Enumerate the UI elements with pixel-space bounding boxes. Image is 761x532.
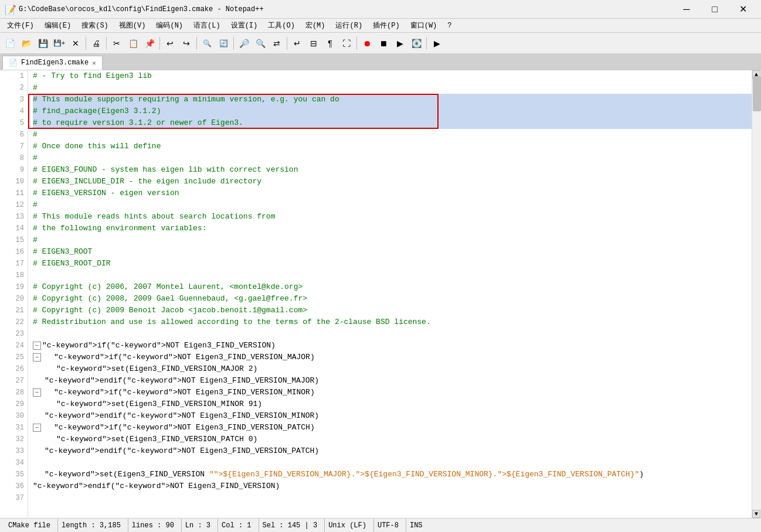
tb-zoom-in[interactable]: 🔎	[236, 36, 252, 51]
code-area[interactable]: # - Try to find Eigen3 lib## This module…	[28, 70, 752, 518]
tb-open[interactable]: 📂	[19, 36, 34, 51]
code-line[interactable]: #	[33, 234, 752, 246]
code-text: "c-keyword">set(Eigen3_FIND_VERSION_PATC…	[56, 434, 257, 445]
code-line[interactable]: # EIGEN3_ROOT_DIR	[33, 258, 752, 270]
scroll-thumb[interactable]	[753, 76, 761, 111]
code-line[interactable]: "c-keyword">endif("c-keyword">NOT Eigen3…	[33, 375, 752, 387]
code-line[interactable]	[33, 328, 752, 340]
code-line[interactable]: # Copyright (c) 2008, 2009 Gael Guenneba…	[33, 293, 752, 305]
code-line[interactable]: # EIGEN3_INCLUDE_DIR - the eigen include…	[33, 176, 752, 187]
code-text: # Copyright (c) 2009 Benoit Jacob <jacob…	[33, 305, 307, 316]
tb-cut[interactable]: ✂	[109, 36, 124, 51]
tb-sync-scroll[interactable]: ⇄	[269, 36, 284, 51]
code-line[interactable]	[33, 492, 752, 504]
code-line[interactable]: # EIGEN3_FOUND - system has eigen lib wi…	[33, 164, 752, 176]
code-line[interactable]: # to require version 3.1.2 or newer of E…	[33, 117, 752, 129]
menu-language[interactable]: 语言(L)	[189, 19, 225, 32]
scroll-down-arrow[interactable]: ▼	[752, 510, 760, 518]
code-line[interactable]: − "c-keyword">if("c-keyword">NOT Eigen3_…	[33, 387, 752, 398]
code-text: #	[33, 129, 38, 141]
line-number: 33	[2, 445, 24, 457]
menu-help[interactable]: ?	[443, 19, 456, 32]
tb-sep8	[426, 37, 427, 50]
code-line[interactable]: #	[33, 129, 752, 141]
code-line[interactable]: "c-keyword">set(Eigen3_FIND_VERSION_PATC…	[33, 434, 752, 445]
menu-settings[interactable]: 设置(I)	[226, 19, 263, 32]
code-line[interactable]: "c-keyword">endif("c-keyword">NOT Eigen3…	[33, 445, 752, 457]
menu-macro[interactable]: 宏(M)	[301, 19, 330, 32]
code-line[interactable]: #	[33, 199, 752, 211]
fold-icon[interactable]: −	[33, 388, 41, 397]
menu-plugins[interactable]: 插件(P)	[368, 19, 405, 32]
code-line[interactable]: # EIGEN3_VERSION - eigen version	[33, 187, 752, 199]
tb-undo[interactable]: ↩	[162, 36, 178, 51]
tb-macro-rec[interactable]: ⏺	[359, 36, 375, 51]
tb-redo[interactable]: ↪	[179, 36, 194, 51]
tb-all-chars[interactable]: ¶	[322, 36, 338, 51]
fold-icon[interactable]: −	[33, 342, 41, 350]
code-line[interactable]: #	[33, 82, 752, 94]
line-number: 29	[2, 398, 24, 410]
code-line[interactable]: "c-keyword">set(Eigen3_FIND_VERSION_MAJO…	[33, 363, 752, 375]
tb-copy[interactable]: 📋	[125, 36, 141, 51]
code-line[interactable]: # Once done this will define	[33, 141, 752, 152]
menu-tools[interactable]: 工具(O)	[263, 19, 300, 32]
tb-macro-save[interactable]: 💽	[409, 36, 424, 51]
line-number: 12	[2, 199, 24, 211]
line-number: 17	[2, 258, 24, 270]
tb-replace[interactable]: 🔄	[216, 36, 231, 51]
tb-zoom-out[interactable]: 🔍	[253, 36, 268, 51]
tb-close[interactable]: ✕	[68, 36, 83, 51]
tb-save[interactable]: 💾	[35, 36, 50, 51]
scrollbar-vertical[interactable]: ▲ ▼	[752, 70, 761, 518]
code-line[interactable]: # - Try to find Eigen3 lib	[33, 70, 752, 82]
close-button[interactable]: ✕	[729, 1, 756, 18]
code-line[interactable]: # Copyright (c) 2009 Benoit Jacob <jacob…	[33, 305, 752, 316]
code-line[interactable]: # EIGEN3_ROOT	[33, 246, 752, 258]
menu-window[interactable]: 窗口(W)	[406, 19, 442, 32]
tab-findeigen3[interactable]: 📄 FindEigen3.cmake ✕	[2, 56, 103, 70]
code-text: "c-keyword">if("c-keyword">NOT Eigen3_FI…	[42, 340, 276, 352]
code-line[interactable]: −"c-keyword">if("c-keyword">NOT Eigen3_F…	[33, 340, 752, 352]
maximize-button[interactable]: □	[701, 1, 728, 18]
menu-edit[interactable]: 编辑(E)	[40, 19, 76, 32]
tb-indent[interactable]: ⊟	[306, 36, 321, 51]
tb-run[interactable]: ▶	[429, 36, 444, 51]
tb-print[interactable]: 🖨	[89, 36, 104, 51]
code-line[interactable]: # find_package(Eigen3 3.1.2)	[33, 105, 752, 117]
code-line[interactable]: "c-keyword">set(Eigen3_FIND_VERSION_MINO…	[33, 398, 752, 410]
code-line[interactable]: "c-keyword">set(Eigen3_FIND_VERSION "">$…	[33, 469, 752, 480]
tb-sep1	[86, 37, 86, 50]
code-line[interactable]: "c-keyword">endif("c-keyword">NOT Eigen3…	[33, 480, 752, 492]
tb-fullscreen[interactable]: ⛶	[339, 36, 354, 51]
menu-view[interactable]: 视图(V)	[114, 19, 151, 32]
tb-macro-stop[interactable]: ⏹	[376, 36, 391, 51]
code-line[interactable]	[33, 457, 752, 469]
code-line[interactable]: − "c-keyword">if("c-keyword">NOT Eigen3_…	[33, 422, 752, 434]
tb-macro-play[interactable]: ▶	[392, 36, 407, 51]
menu-file[interactable]: 文件(F)	[2, 19, 39, 32]
code-line[interactable]: # Redistribution and use is allowed acco…	[33, 316, 752, 328]
code-line[interactable]: # the following environment variables:	[33, 223, 752, 234]
code-text: # the following environment variables:	[33, 223, 206, 234]
menu-run[interactable]: 运行(R)	[331, 19, 367, 32]
tab-close-icon[interactable]: ✕	[92, 59, 96, 67]
code-line[interactable]: # Copyright (c) 2006, 2007 Montel Lauren…	[33, 281, 752, 293]
code-line[interactable]: − "c-keyword">if("c-keyword">NOT Eigen3_…	[33, 352, 752, 363]
code-line[interactable]: "c-keyword">endif("c-keyword">NOT Eigen3…	[33, 410, 752, 422]
line-number: 18	[2, 270, 24, 281]
code-line[interactable]	[33, 270, 752, 281]
fold-icon[interactable]: −	[33, 353, 41, 362]
menu-search[interactable]: 搜索(S)	[77, 19, 113, 32]
tb-paste[interactable]: 📌	[142, 36, 157, 51]
tb-wrap[interactable]: ↵	[290, 36, 305, 51]
menu-encoding[interactable]: 编码(N)	[151, 19, 188, 32]
tb-new[interactable]: 📄	[2, 36, 18, 51]
code-line[interactable]: # This module reads hints about search l…	[33, 211, 752, 223]
code-line[interactable]: # This module supports requiring a minim…	[33, 94, 752, 105]
code-line[interactable]: #	[33, 152, 752, 164]
tb-saveall[interactable]: 💾+	[52, 36, 67, 51]
tb-find[interactable]: 🔍	[199, 36, 215, 51]
minimize-button[interactable]: ─	[673, 1, 700, 18]
fold-icon[interactable]: −	[33, 424, 41, 432]
